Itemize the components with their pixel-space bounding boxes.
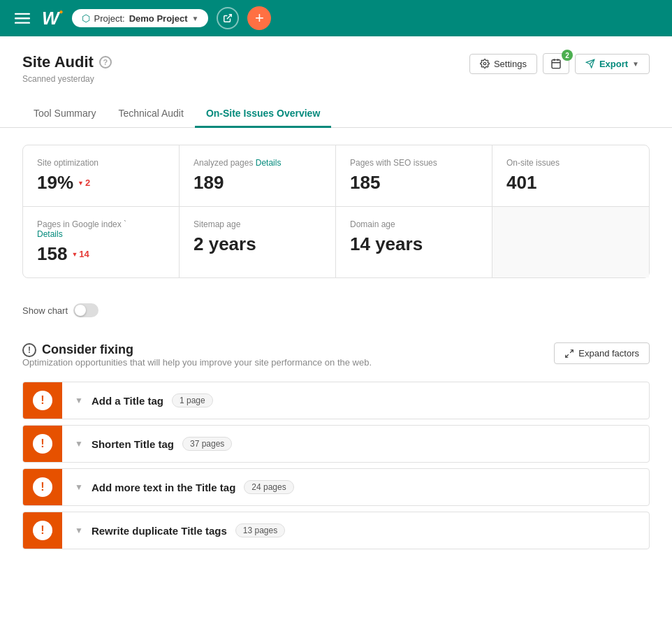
stat-site-optimization-value: 19% 2 — [37, 172, 165, 194]
stat-analyzed-pages-value: 189 — [193, 172, 321, 194]
expand-factors-label: Expand factors — [578, 348, 639, 359]
issue-item-add-text-title: ! ▼ Add more text in the Title tag 24 pa… — [22, 468, 650, 506]
export-label: Export — [599, 59, 628, 69]
issue-severity-rewrite-duplicate: ! — [23, 512, 62, 549]
stat-google-index-label: Pages in Google index `Details — [37, 219, 165, 239]
show-chart-toggle[interactable] — [73, 303, 98, 317]
issue-content-rewrite-duplicate: ▼ Rewrite duplicate Title tags 13 pages — [62, 512, 649, 549]
settings-button[interactable]: Settings — [469, 54, 537, 74]
logo-dot: ● — [59, 8, 64, 15]
project-label: Project: — [94, 13, 125, 24]
hamburger-menu[interactable] — [11, 7, 34, 29]
issue-toggle-add-title[interactable]: ▼ — [75, 396, 83, 405]
svg-rect-2 — [15, 22, 30, 24]
issue-name-shorten-title: Shorten Title tag — [92, 438, 174, 450]
issue-item-rewrite-duplicate-title: ! ▼ Rewrite duplicate Title tags 13 page… — [22, 512, 650, 549]
google-index-details-link[interactable]: Details — [37, 229, 63, 239]
stat-domain-age: Domain age 14 years — [336, 207, 492, 277]
issue-content-add-title: ▼ Add a Title tag 1 page — [62, 382, 649, 419]
add-icon: + — [255, 9, 264, 27]
issue-list: ! ▼ Add a Title tag 1 page ! ▼ Shorten T… — [22, 382, 650, 555]
severity-icon-add-text-title: ! — [33, 477, 52, 497]
project-icon: ⬡ — [82, 13, 90, 24]
optimization-change: 2 — [78, 178, 90, 188]
stat-domain-age-value: 14 years — [350, 233, 478, 255]
logo: W● — [42, 9, 64, 27]
logo-text: W — [42, 9, 59, 27]
external-link-button[interactable] — [217, 7, 239, 29]
top-nav: W● ⬡ Project: Demo Project ▼ + — [0, 0, 672, 36]
svg-line-11 — [570, 349, 573, 352]
stat-on-site-issues: On-site issues 401 — [492, 145, 649, 206]
consider-title: Consider fixing — [42, 342, 133, 357]
page-title: Site Audit — [22, 53, 94, 71]
tab-tool-summary[interactable]: Tool Summary — [22, 101, 107, 128]
stat-site-optimization-label: Site optimization — [37, 158, 165, 168]
export-dropdown-icon: ▼ — [632, 60, 639, 68]
issue-name-add-title: Add a Title tag — [92, 395, 163, 407]
stat-on-site-value: 401 — [506, 172, 635, 194]
settings-label: Settings — [494, 59, 527, 69]
tabs-bar: Tool Summary Technical Audit On-Site Iss… — [0, 89, 672, 128]
issue-severity-shorten-title: ! — [23, 426, 62, 462]
consider-subtitle: Optimization opportunities that will hel… — [22, 357, 372, 368]
severity-icon-rewrite-duplicate: ! — [33, 521, 52, 540]
svg-rect-1 — [15, 17, 30, 19]
stats-section: Site optimization 19% 2 Analyzed pages D… — [22, 145, 650, 278]
google-index-change: 14 — [71, 249, 89, 259]
stat-google-index: Pages in Google index `Details 158 14 — [23, 207, 180, 277]
show-chart-row: Show chart — [0, 295, 672, 326]
stats-row-2: Pages in Google index `Details 158 14 Si… — [23, 207, 649, 277]
add-button[interactable]: + — [247, 6, 271, 30]
issue-badge-add-title: 1 page — [172, 393, 213, 407]
expand-factors-button[interactable]: Expand factors — [554, 342, 650, 364]
stat-analyzed-pages: Analyzed pages Details 189 — [180, 145, 336, 206]
severity-icon-add-title: ! — [33, 391, 52, 410]
stat-domain-age-label: Domain age — [350, 219, 478, 229]
consider-title-row: ! Consider fixing — [22, 342, 372, 357]
issue-toggle-rewrite-duplicate[interactable]: ▼ — [75, 526, 83, 535]
header-actions: Settings 2 Export ▼ — [469, 53, 650, 74]
issue-severity-add-title: ! — [23, 382, 62, 419]
consider-title-area: ! Consider fixing Optimization opportuni… — [22, 342, 372, 379]
analyzed-pages-details-link[interactable]: Details — [256, 158, 282, 168]
export-button[interactable]: Export ▼ — [575, 54, 650, 74]
stats-row-1: Site optimization 19% 2 Analyzed pages D… — [23, 145, 649, 207]
issue-item-shorten-title-tag: ! ▼ Shorten Title tag 37 pages — [22, 425, 650, 463]
stat-google-index-value: 158 14 — [37, 243, 165, 265]
tab-on-site-issues[interactable]: On-Site Issues Overview — [195, 101, 331, 128]
calendar-button[interactable]: 2 — [543, 53, 569, 74]
scanned-label: Scanned yesterday — [22, 74, 112, 84]
issue-toggle-shorten-title[interactable]: ▼ — [75, 439, 83, 449]
svg-line-12 — [566, 354, 569, 357]
show-chart-label: Show chart — [22, 305, 68, 316]
tab-technical-audit[interactable]: Technical Audit — [107, 101, 194, 128]
issue-item-add-title-tag: ! ▼ Add a Title tag 1 page — [22, 382, 650, 419]
project-name: Demo Project — [129, 13, 188, 24]
stat-sitemap-age-label: Sitemap age — [193, 219, 321, 229]
page-title-row: Site Audit ? — [22, 53, 112, 71]
severity-icon-shorten-title: ! — [33, 434, 52, 454]
stat-pages-seo-issues: Pages with SEO issues 185 — [336, 145, 492, 206]
calendar-badge: 2 — [562, 50, 573, 61]
svg-line-3 — [227, 15, 231, 19]
stat-empty — [492, 207, 649, 277]
stat-sitemap-age: Sitemap age 2 years — [180, 207, 336, 277]
project-selector[interactable]: ⬡ Project: Demo Project ▼ — [72, 9, 209, 27]
consider-header: ! Consider fixing Optimization opportuni… — [22, 342, 650, 379]
svg-rect-5 — [552, 60, 560, 68]
stat-pages-seo-label: Pages with SEO issues — [350, 158, 478, 168]
issue-name-rewrite-duplicate: Rewrite duplicate Title tags — [92, 525, 227, 537]
issue-name-add-text-title: Add more text in the Title tag — [92, 482, 235, 493]
issue-toggle-add-text-title[interactable]: ▼ — [75, 482, 83, 492]
issue-badge-shorten-title: 37 pages — [182, 437, 232, 451]
stat-analyzed-pages-label: Analyzed pages Details — [193, 158, 321, 168]
title-area: Site Audit ? Scanned yesterday — [22, 53, 112, 84]
svg-rect-0 — [15, 13, 30, 15]
issue-content-shorten-title: ▼ Shorten Title tag 37 pages — [62, 426, 649, 462]
toggle-knob — [75, 305, 86, 316]
svg-point-4 — [483, 62, 486, 65]
stat-site-optimization: Site optimization 19% 2 — [23, 145, 180, 206]
stat-on-site-label: On-site issues — [506, 158, 635, 168]
help-icon[interactable]: ? — [99, 56, 112, 68]
